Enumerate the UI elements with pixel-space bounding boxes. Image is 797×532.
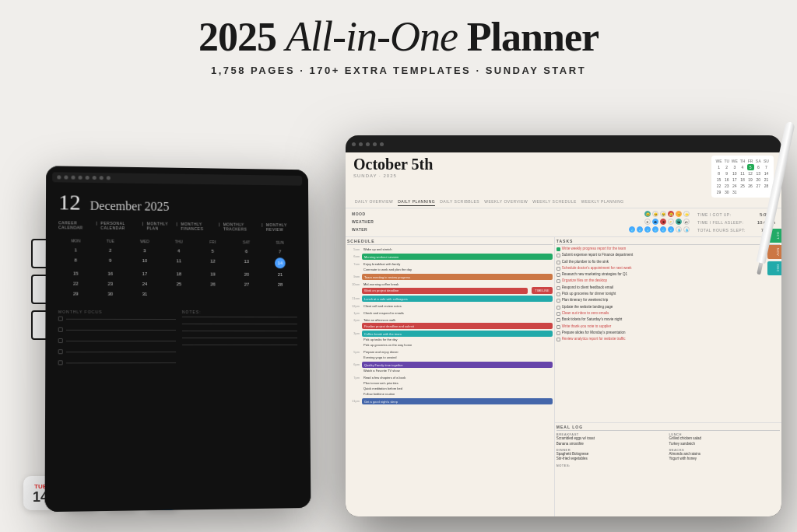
left-tablet-screen: 12 December 2025 CAREER CALENDAR | PERSO…: [45, 166, 311, 512]
cal-day-31: 31: [128, 290, 162, 298]
cal-day-2: 2: [93, 247, 128, 254]
toolbar-dot-5: [86, 176, 90, 180]
focus-lines: [58, 317, 176, 366]
cal-day-21: 21: [263, 271, 297, 278]
title-start: 2025: [198, 15, 286, 59]
cal-day-3: 3: [128, 247, 162, 254]
tab-daily-planning[interactable]: DAILY PLANNING: [398, 199, 435, 206]
mood-icon-4: 😤: [668, 211, 674, 217]
cal-day-sat: SAT: [230, 240, 263, 244]
snacks-value: Almonds and raisinsYogurt with honey: [669, 452, 780, 462]
title-end: Planner: [458, 15, 599, 59]
tasks-title: TASKS: [556, 239, 780, 245]
left-tab-finances: MONTHLY FINANCES: [181, 222, 216, 231]
cal-day-next2: [196, 290, 230, 298]
cal-day-next1: [162, 290, 196, 298]
meal-title: MEAL LOG: [556, 425, 780, 431]
left-bottom-section: MONTHLY FOCUS NOTES:: [51, 306, 304, 369]
weather-icon-4: ⛅: [668, 219, 674, 225]
cal-day-22: 22: [58, 279, 93, 287]
left-nav-tabs: CAREER CALENDAR | PERSONAL CALENDAR | MO…: [52, 218, 303, 234]
schedule-title: SCHEDULE: [347, 239, 553, 245]
right-date-title: October 5th: [353, 156, 433, 173]
cal-day-today: 14: [275, 257, 286, 268]
mood-icon-1: 😊: [644, 211, 651, 217]
tracker-section: MOOD 😊 😐 😢 😤 😴 🌟 WEATHER ☀ 🌧: [346, 208, 781, 237]
mood-label: MOOD: [352, 212, 379, 216]
left-tab-monthly: MONTHLY PLAN: [147, 221, 174, 230]
two-col-layout: SCHEDULE 5amWake up and stretch 6amMorni…: [346, 237, 781, 516]
cal-day-25: 25: [162, 280, 196, 288]
tab-weekly-schedule[interactable]: WEEKLY SCHEDULE: [532, 199, 577, 206]
toolbar-dot-7: [100, 176, 104, 180]
cal-day-tue: TUE: [93, 239, 128, 243]
weather-icon-1: ☀: [644, 219, 651, 225]
water-icon-5: 💧: [660, 226, 666, 233]
cal-day-wed: WED: [128, 239, 162, 243]
cal-day-23: 23: [93, 280, 128, 288]
tab-daily-overview[interactable]: DAILY OVERVIEW: [355, 199, 393, 206]
left-tab-sep2: |: [142, 221, 144, 230]
cal-day-7: 7: [263, 247, 297, 255]
left-tab-personal: PERSONAL CALENDAR: [100, 221, 139, 230]
stylus-tip: [757, 263, 763, 275]
toolbar-dot-2: [64, 175, 68, 179]
cal-day-10: 10: [128, 257, 162, 268]
cal-day-sun: SUN: [263, 240, 297, 245]
cal-day-27: 27: [230, 281, 263, 289]
rtb-dot-1: [352, 142, 356, 146]
cal-day-20: 20: [230, 271, 263, 278]
left-tab-career: CAREER CALENDAR: [58, 220, 93, 229]
left-date-month: December 2025: [90, 199, 170, 213]
notes-lines: [182, 317, 297, 345]
left-date-header: 12 December 2025: [52, 187, 303, 220]
cal-day-29: 29: [58, 290, 93, 298]
right-day-label: SUNDAY · 2025: [353, 173, 433, 178]
cal-day-12: 12: [196, 257, 230, 268]
subtitle: 1,758 PAGES · 170+ EXTRA TEMPLATES · SUN…: [0, 65, 797, 76]
right-tablet-screen: October 5th SUNDAY · 2025 WETUWETHFRSASU…: [346, 135, 781, 516]
monthly-focus-label: MONTHLY FOCUS: [58, 310, 176, 314]
right-tablet: October 5th SUNDAY · 2025 WETUWETHFRSASU…: [346, 135, 781, 516]
cal-day-1: 1: [58, 246, 93, 254]
water-icon-8: 💧: [683, 226, 690, 233]
cal-day-15: 15: [58, 269, 93, 277]
task-list: Write weekly progress report for the tea…: [556, 247, 780, 341]
left-tab-sep: |: [96, 221, 97, 230]
water-label: WATER: [352, 227, 379, 232]
cal-day-thu: THU: [162, 239, 196, 243]
rtb-dot-3: [366, 142, 370, 146]
left-calendar-grid: MON TUE WED THU FRI SAT SUN 1 2 3 4 5 6 …: [52, 235, 304, 303]
right-toolbar: [346, 135, 781, 152]
tab-daily-scribbles[interactable]: DAILY SCRIBBLES: [440, 199, 479, 206]
cal-week-4: 22 23 24 25 26 27 28: [58, 279, 297, 288]
cal-day-26: 26: [196, 280, 230, 288]
side-tab-3[interactable]: DEC: [767, 261, 781, 275]
schedule-column: SCHEDULE 5amWake up and stretch 6amMorni…: [346, 237, 555, 516]
cal-day-19: 19: [196, 270, 230, 278]
cal-day-4: 4: [162, 247, 196, 254]
cal-day-11: 11: [162, 257, 196, 268]
cal-day-17: 17: [128, 270, 162, 278]
cal-day-5: 5: [196, 247, 230, 255]
tab-weekly-planning[interactable]: WEEKLY PLANNING: [581, 199, 624, 206]
right-main-content: SCHEDULE 5amWake up and stretch 6amMorni…: [346, 237, 781, 516]
cal-day-mon: MON: [58, 238, 93, 243]
weather-icon-3: ❄: [660, 219, 666, 225]
water-row: WATER 💧 💧 💧 💧 💧 💧 💧 💧: [352, 226, 690, 233]
right-mini-calendar: WETUWETHFRSASU 1234567 891011121314 1516…: [711, 156, 774, 198]
cal-day-next4: [264, 291, 297, 299]
cal-day-9: 9: [93, 257, 128, 268]
cal-week-5: 29 30 31: [58, 290, 297, 299]
cal-day-16: 16: [93, 270, 128, 278]
schedule-items: 5amWake up and stretch 6amMorning workou…: [347, 247, 553, 404]
left-toolbar: [52, 172, 302, 185]
cal-day-fri: FRI: [196, 240, 230, 244]
cal-week-3: 15 16 17 18 19 20 21: [58, 269, 297, 278]
water-icon-3: 💧: [644, 226, 651, 233]
cal-week-2: 8 9 10 11 12 13 14: [58, 256, 297, 268]
weather-label: WEATHER: [352, 219, 379, 224]
left-tab-trackers: MONTHLY TRACKERS: [223, 222, 259, 231]
tab-weekly-overview[interactable]: WEEKLY OVERVIEW: [484, 199, 528, 206]
cal-day-28: 28: [263, 281, 297, 289]
